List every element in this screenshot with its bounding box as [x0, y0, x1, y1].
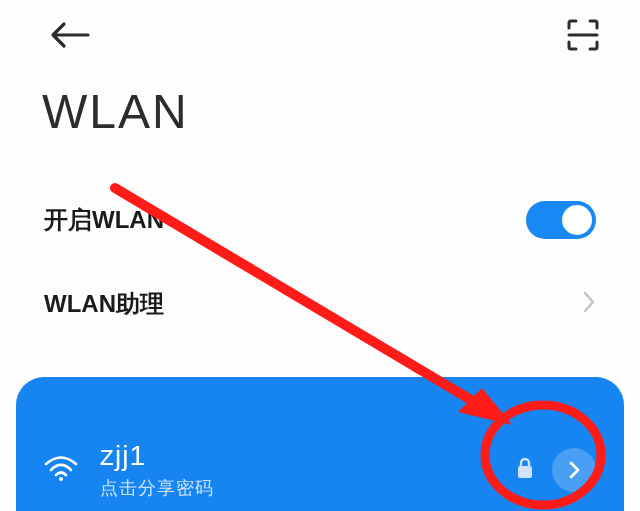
chevron-right-icon [582, 290, 596, 318]
wlan-assistant-row[interactable]: WLAN助理 [0, 271, 640, 337]
connected-network-card[interactable]: zjj1 点击分享密码 [16, 377, 624, 511]
arrow-left-icon [50, 21, 90, 49]
chevron-right-icon [568, 461, 580, 479]
ssid-text: zjj1 [100, 440, 516, 472]
scan-button[interactable] [566, 18, 600, 56]
wlan-assistant-label: WLAN助理 [44, 288, 164, 320]
header-bar [0, 0, 640, 56]
wifi-icon [44, 455, 78, 485]
share-hint: 点击分享密码 [100, 476, 516, 500]
back-button[interactable] [50, 21, 90, 53]
scan-icon [566, 18, 600, 52]
ssid-block: zjj1 点击分享密码 [100, 440, 516, 500]
toggle-knob-icon [562, 205, 592, 235]
wlan-enable-row[interactable]: 开启WLAN [0, 187, 640, 253]
network-details-button[interactable] [552, 448, 596, 492]
page-title: WLAN [0, 56, 640, 139]
wlan-enable-label: 开启WLAN [44, 204, 164, 236]
svg-rect-2 [518, 466, 532, 478]
wlan-toggle[interactable] [526, 201, 596, 239]
lock-icon [516, 457, 534, 483]
svg-point-1 [59, 477, 63, 481]
